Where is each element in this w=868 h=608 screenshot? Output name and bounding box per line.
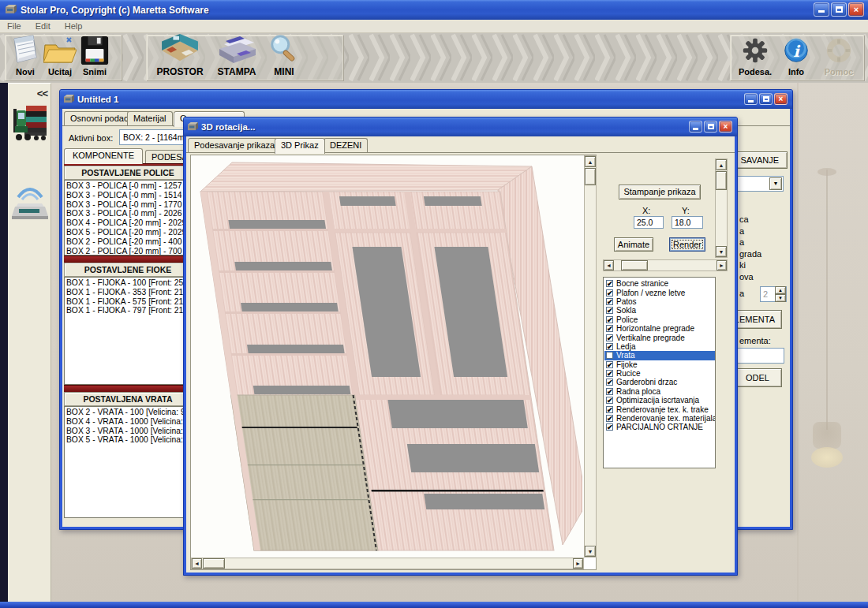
list-item[interactable]: BOX 3 - POLICA [-0 mm] - 1770	[66, 200, 191, 210]
y-field[interactable]: 18.0	[672, 216, 703, 229]
doc-close-button[interactable]: ×	[774, 93, 788, 105]
tab-komponente[interactable]: KOMPONENTE	[64, 148, 143, 164]
render-option[interactable]: Vrata	[604, 351, 715, 360]
checkbox-icon[interactable]: ✔	[606, 415, 613, 422]
document-titlebar[interactable]: Untitled 1 ×	[60, 90, 792, 109]
render-option[interactable]: ✔Sokla	[604, 306, 715, 315]
panel-vscroll-thumb[interactable]	[716, 171, 727, 190]
vscroll-thumb[interactable]	[585, 168, 596, 185]
save-button[interactable]: Snimi	[77, 34, 112, 77]
scroll-right-icon[interactable]: ►	[716, 260, 727, 270]
render-option[interactable]: ✔Ledja	[604, 342, 715, 351]
scroll-left-icon[interactable]: ◄	[604, 260, 614, 270]
dialog-minimize-button[interactable]	[689, 121, 702, 132]
checkbox-icon[interactable]: ✔	[606, 379, 613, 386]
tab-podesavanje-prikaza[interactable]: Podesavanje prikaza	[188, 138, 281, 152]
checkbox-icon[interactable]: ✔	[606, 406, 613, 413]
scanner-icon[interactable]	[12, 175, 48, 224]
render-option[interactable]: ✔Bocne stranice	[604, 279, 715, 288]
tab-3d-prikaz[interactable]: 3D Prikaz	[275, 138, 325, 154]
checkbox-icon[interactable]: ✔	[606, 423, 613, 431]
render-view[interactable]	[191, 155, 584, 558]
scroll-left-icon[interactable]: ◄	[192, 558, 202, 569]
checkbox-icon[interactable]: ✔	[606, 361, 613, 368]
prostor-button[interactable]: PROSTOR	[152, 34, 208, 77]
mini-button[interactable]: MINI	[262, 34, 306, 77]
list-item[interactable]: BOX 2 - POLICA [-20 mm] - 700	[66, 247, 191, 256]
dialog-maximize-button[interactable]	[704, 121, 717, 132]
menu-help[interactable]: Help	[58, 21, 90, 32]
checkbox-icon[interactable]	[606, 352, 613, 359]
render-option[interactable]: ✔Renderovanje tex. k. trake	[604, 405, 715, 413]
list-item[interactable]: BOX 5 - VRATA - 1000 [Velicina:	[66, 435, 191, 445]
render-option[interactable]: ✔Horizontalne pregrade	[604, 324, 715, 333]
scroll-down-icon[interactable]: ▼	[585, 546, 596, 557]
print-view-button[interactable]: Stampanje prikaza	[619, 185, 701, 200]
render-option[interactable]: ✔Fijoke	[604, 360, 715, 369]
close-button[interactable]: ×	[848, 2, 864, 17]
list-item[interactable]: BOX 3 - VRATA - 1000 [Velicina:	[66, 427, 191, 436]
fioke-list[interactable]: BOX 1 - FIJOKA - 100 [Front: 250]BOX 1 -…	[64, 277, 192, 385]
spinner-up-button[interactable]: ▲	[775, 286, 786, 294]
checkbox-icon[interactable]: ✔	[606, 325, 613, 332]
stampa-button[interactable]: STAMPA	[211, 34, 262, 77]
truck-icon[interactable]	[12, 103, 48, 148]
doc-maximize-button[interactable]	[759, 93, 773, 105]
list-item[interactable]: BOX 2 - VRATA - 100 [Velicina: 9	[66, 408, 191, 417]
render-option[interactable]: ✔Garderobni drzac	[604, 378, 715, 386]
tab-osnovni-podaci[interactable]: Osnovni podaci	[64, 111, 137, 125]
open-button[interactable]: Ucitaj	[43, 34, 77, 77]
spinner-down-button[interactable]: ▼	[775, 294, 786, 302]
checkbox-icon[interactable]: ✔	[606, 298, 613, 305]
checkbox-icon[interactable]: ✔	[606, 397, 613, 404]
render-options-list[interactable]: ✔Bocne stranice✔Plafon / vezne letve✔Pat…	[603, 277, 716, 468]
checkbox-icon[interactable]: ✔	[606, 370, 613, 377]
checkbox-icon[interactable]: ✔	[606, 316, 613, 323]
render-option[interactable]: ✔Police	[604, 315, 715, 324]
render-option[interactable]: ✔Radna ploca	[604, 387, 715, 396]
scroll-right-icon[interactable]: ►	[573, 558, 583, 569]
scroll-up-icon[interactable]: ▲	[716, 159, 727, 170]
checkbox-icon[interactable]: ✔	[606, 334, 613, 341]
render-option[interactable]: ✔Optimizacija iscrtavanja	[604, 396, 715, 405]
main-titlebar[interactable]: Stolar Pro, Copyright (c) Maretta Softwa…	[0, 0, 868, 20]
list-item[interactable]: BOX 3 - POLICA [-0 mm] - 2026	[66, 209, 191, 218]
render-option[interactable]: ✔Patos	[604, 297, 715, 306]
model-button[interactable]: ODEL	[733, 368, 782, 387]
info-button[interactable]: i Info	[780, 34, 813, 77]
dialog-close-button[interactable]: ×	[719, 121, 732, 132]
list-item[interactable]: BOX 4 - VRATA - 1000 [Velicina:	[66, 417, 191, 427]
render-option[interactable]: ✔Plafon / vezne letve	[604, 288, 715, 297]
checkbox-icon[interactable]: ✔	[606, 289, 613, 297]
menu-edit[interactable]: Edit	[28, 21, 58, 32]
list-item[interactable]: BOX 1 - FIJOKA - 100 [Front: 250]	[66, 278, 191, 288]
x-field[interactable]: 25.0	[634, 216, 664, 229]
panel-hscrollbar[interactable]: ◄ ►	[603, 259, 728, 271]
render-button[interactable]: Render	[669, 237, 705, 252]
settings-button[interactable]: Podesa.	[734, 34, 776, 77]
dialog-titlebar[interactable]: 3D rotacija... ×	[184, 117, 737, 136]
police-list[interactable]: BOX 3 - POLICA [-0 mm] - 1257BOX 3 - POL…	[64, 180, 192, 256]
scroll-down-icon[interactable]: ▼	[716, 246, 727, 257]
list-item[interactable]: BOX 2 - POLICA [-20 mm] - 400	[66, 237, 191, 247]
checkbox-icon[interactable]: ✔	[606, 280, 613, 287]
list-item[interactable]: BOX 1 - FIJOKA - 575 [Front: 218]	[66, 297, 191, 307]
list-item[interactable]: BOX 1 - FIJOKA - 797 [Front: 218]	[66, 306, 191, 315]
chevron-down-icon[interactable]: ▼	[769, 177, 782, 190]
list-item[interactable]: BOX 1 - FIJOKA - 353 [Front: 218]	[66, 288, 191, 297]
animate-button[interactable]: Animate	[614, 237, 653, 252]
minimize-button[interactable]	[814, 2, 829, 17]
sidebar-collapse-button[interactable]: <<	[37, 88, 47, 99]
vrata-list[interactable]: BOX 2 - VRATA - 100 [Velicina: 9BOX 4 - …	[64, 406, 192, 518]
render-option[interactable]: ✔Rucice	[604, 369, 715, 378]
viewport-vscrollbar[interactable]: ▲ ▼	[584, 155, 597, 558]
list-item[interactable]: BOX 4 - POLICA [-20 mm] - 2029	[66, 218, 191, 228]
render-option[interactable]: ✔Renderovanje tex. materijala	[604, 414, 715, 423]
list-item[interactable]: BOX 3 - POLICA [-0 mm] - 1514	[66, 191, 191, 200]
list-item[interactable]: BOX 5 - POLICA [-20 mm] - 2029	[66, 228, 191, 237]
panel-hscroll-thumb[interactable]	[621, 260, 648, 270]
checkbox-icon[interactable]: ✔	[606, 307, 613, 314]
render-option[interactable]: ✔PARCIJALNO CRTANJE	[604, 423, 715, 431]
list-item[interactable]: BOX 3 - POLICA [-0 mm] - 1257	[66, 181, 191, 191]
checkbox-icon[interactable]: ✔	[606, 343, 613, 350]
